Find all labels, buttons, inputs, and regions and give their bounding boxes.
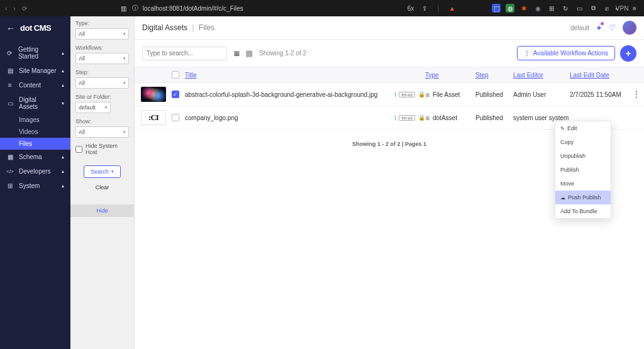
ctx-push-publish[interactable]: ☁Push Publish (555, 191, 611, 204)
site-info-icon[interactable]: ⓘ (131, 4, 139, 12)
row-title[interactable]: company_logo.png (185, 114, 395, 121)
file-icon: 🗎 (425, 92, 431, 98)
brave-shield-icon[interactable]: ▲ (448, 4, 457, 13)
lock-icon: 🔒 (418, 91, 425, 97)
ctx-label: Copy (560, 139, 574, 145)
row-thumbnail[interactable] (141, 87, 166, 102)
sidebar-item-label: Schema (19, 153, 42, 160)
user-avatar[interactable] (623, 21, 636, 35)
history-icon[interactable]: ↻ (561, 4, 570, 13)
filter-clear-link[interactable]: Clear (70, 184, 134, 199)
extension-icon-2[interactable]: ◍ (506, 4, 514, 13)
filter-step-select[interactable]: All▾ (75, 77, 129, 89)
chevron-down-icon: ▾ (62, 101, 64, 106)
ctx-unpublish[interactable]: Unpublish (555, 149, 611, 163)
hide-system-host-row[interactable]: Hide System Host (70, 139, 134, 159)
extension-icon-4[interactable]: ◉ (533, 4, 542, 13)
row-checkbox[interactable]: ✓ (172, 91, 179, 98)
row-thumbnail[interactable]: :CI (141, 110, 166, 125)
select-all-checkbox[interactable] (172, 71, 179, 79)
row-checkbox[interactable] (172, 114, 179, 121)
system-icon: ⊞ (6, 182, 14, 189)
sidebar-item-system[interactable]: ⊞ System ▴ (0, 179, 70, 193)
chevron-up-icon: ▴ (62, 183, 64, 189)
filter-site-select[interactable]: default▾ (75, 102, 111, 113)
announcements-icon[interactable]: ✦ (596, 23, 602, 33)
url-bar[interactable]: ▥ ⓘ localhost:8081/dotAdmin/#/c/c_Files (32, 4, 401, 12)
sidebar-toggle-icon[interactable]: ▥ (120, 4, 128, 12)
breadcrumb-current: Files (199, 23, 214, 32)
sidebar-item-schema[interactable]: ▦ Schema ▴ (0, 150, 70, 164)
ctx-label: Move (560, 180, 574, 187)
reader-mode-badge[interactable]: 6x (406, 4, 415, 13)
ctx-copy[interactable]: Copy (555, 135, 611, 149)
table-row[interactable]: ✓ abstract-colorful-splash-3d-background… (135, 83, 644, 106)
sidebar-sub-videos[interactable]: Videos (0, 126, 70, 138)
table-header: Title Type Step Last Editor Last Edit Da… (135, 67, 644, 83)
header-step[interactable]: Step (475, 72, 513, 79)
browser-reload-icon[interactable]: ⟳ (22, 5, 27, 12)
ctx-label: Unpublish (560, 153, 586, 159)
chevron-down-icon: ▾ (111, 169, 114, 174)
filter-show-select[interactable]: All▾ (75, 126, 129, 138)
sidebar-item-developers[interactable]: </> Developers ▴ (0, 164, 70, 179)
ctx-label: Add To Bundle (560, 208, 597, 214)
tenant-label[interactable]: default (570, 25, 589, 31)
view-toggle: ≣ ▦ (233, 48, 253, 58)
filter-workflows-label: Workflows: (75, 45, 129, 51)
app-logo[interactable]: dot CMS (20, 23, 51, 33)
ctx-label: Edit (567, 125, 577, 131)
sidebar-sub-images[interactable]: Images (0, 114, 70, 126)
notifications-bell-icon[interactable]: ♡ (609, 23, 616, 33)
chevron-down-icon: ▾ (123, 31, 126, 36)
panel-icon[interactable]: ▭ (575, 4, 584, 13)
ctx-edit[interactable]: ✎Edit (555, 121, 611, 135)
ctx-move[interactable]: Move (555, 177, 611, 191)
chevron-up-icon: ▴ (62, 169, 64, 174)
extension-icon-1[interactable]: ⬚ (492, 4, 501, 13)
extension-icon-3[interactable]: ✱ (519, 4, 528, 13)
cast-icon[interactable]: ⎚ (602, 4, 611, 13)
filter-type-select[interactable]: All▾ (75, 28, 129, 40)
header-type[interactable]: Type (425, 72, 475, 79)
sidebar-item-label: Getting Started (18, 46, 57, 60)
add-button[interactable]: + (620, 45, 636, 62)
cloud-icon: ☁ (560, 195, 565, 201)
filter-search-button[interactable]: Search ▾ (84, 165, 121, 178)
header-editor[interactable]: Last Editor (513, 72, 570, 79)
vpn-indicator[interactable]: ● VPN (616, 4, 625, 13)
share-icon[interactable]: ⇪ (420, 4, 429, 13)
search-input[interactable] (142, 47, 227, 60)
sidebar-item-content[interactable]: ≡ Content ▴ (0, 78, 70, 92)
browser-back-icon[interactable]: ‹ (5, 5, 7, 12)
ctx-publish[interactable]: Publish (555, 163, 611, 177)
sidebar-header: ← dot CMS (0, 16, 70, 40)
header-title[interactable]: Title (185, 72, 395, 79)
ctx-add-to-bundle[interactable]: Add To Bundle (555, 204, 611, 218)
edit-icon: ✎ (560, 126, 565, 131)
sidebar-item-site-manager[interactable]: ▤ Site Manager ▴ (0, 64, 70, 78)
extensions-puzzle-icon[interactable]: ⊞ (547, 4, 556, 13)
header-date[interactable]: Last Edit Date (570, 72, 633, 79)
assets-icon: ▭ (6, 100, 14, 107)
back-arrow-icon[interactable]: ← (6, 23, 15, 33)
browser-forward-icon[interactable]: › (13, 5, 15, 12)
sidebar-item-digital-assets[interactable]: ▭ Digital Assets ▾ (0, 92, 70, 114)
breadcrumb-root[interactable]: Digital Assets (142, 23, 187, 32)
filter-workflows-select[interactable]: All▾ (75, 53, 129, 64)
hamburger-menu-icon[interactable]: ≡ (630, 4, 639, 13)
badge-dot (601, 22, 604, 25)
row-title[interactable]: abstract-colorful-splash-3d-background-g… (185, 91, 395, 98)
row-type: 🗎dotAsset (425, 114, 475, 121)
chevron-up-icon: ▴ (62, 68, 64, 74)
row-actions-menu-icon[interactable]: ⋮ (633, 90, 644, 99)
chevron-up-icon: ▴ (62, 154, 64, 160)
list-view-icon[interactable]: ≣ (233, 48, 240, 58)
downloads-icon[interactable]: ⧉ (589, 4, 597, 13)
sidebar-sub-files[interactable]: Files (0, 138, 70, 150)
workflow-actions-button[interactable]: ⋮ Available Workflow Actions (517, 46, 615, 60)
hide-system-host-checkbox[interactable] (75, 146, 82, 153)
sidebar-item-getting-started[interactable]: ⟳ Getting Started ▴ (0, 42, 70, 64)
grid-view-icon[interactable]: ▦ (245, 48, 253, 58)
filter-hide-bar[interactable]: Hide (70, 204, 134, 217)
